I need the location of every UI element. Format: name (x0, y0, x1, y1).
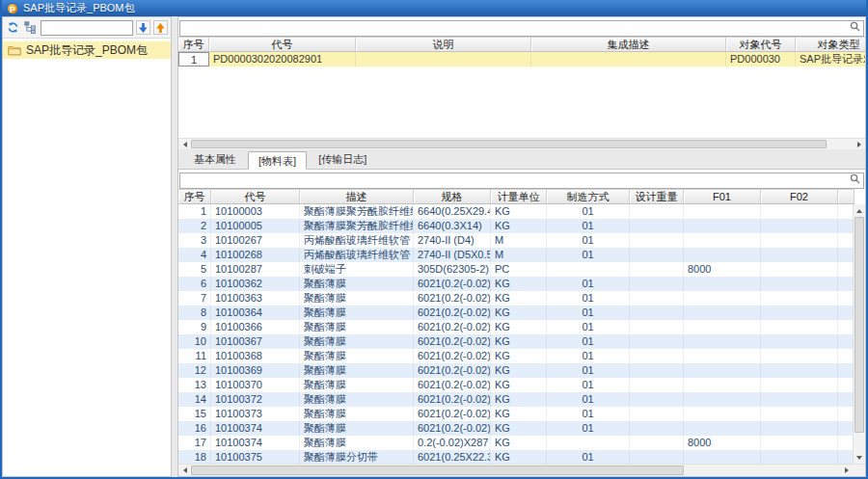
table-cell (630, 363, 684, 378)
table-row[interactable]: 1310100370聚酯薄膜6021(0.2(-0.02)...KG01 (178, 378, 854, 392)
hscroll-thumb[interactable] (191, 466, 684, 475)
table-row[interactable]: 310100267丙烯酸酯玻璃纤维软管2740-II (D4)M01 (178, 233, 854, 248)
tab-basic-properties[interactable]: 基本属性 (184, 150, 246, 169)
table-row[interactable]: 810100364聚酯薄膜6021(0.2(-0.02)...KG01 (178, 306, 854, 320)
table-cell: 6640(0.3X14) (414, 219, 491, 233)
table-cell: 聚酯薄膜 (300, 320, 414, 334)
tab-material-list[interactable]: [物料表] (248, 151, 307, 170)
table-row[interactable]: 1810100375聚酯薄膜分切带6021(0.25X22.3)KG01 (178, 450, 854, 464)
table-row[interactable]: 210100005聚酯薄膜聚芳酰胺纤维纸柔...6640(0.3X14)KG01 (178, 219, 854, 233)
table-cell: 01 (547, 349, 630, 363)
table-cell: KG (491, 436, 547, 450)
table-cell: 01 (547, 233, 630, 248)
scroll-left-icon[interactable] (178, 139, 191, 149)
column-header[interactable]: 规格 (414, 190, 491, 203)
table-cell (761, 392, 838, 407)
table-cell: PD0000302020082901 (209, 52, 356, 67)
column-header[interactable]: 代号 (209, 38, 356, 51)
vscroll-track[interactable] (854, 217, 865, 451)
material-table-region: 序号代号描述规格计量单位制造方式设计重量F01F02110100003聚酯薄膜聚… (178, 189, 865, 476)
table-cell: 7 (178, 291, 211, 306)
table-row[interactable]: 1410100372聚酯薄膜6021(0.2(-0.02)...KG01 (178, 392, 854, 407)
table-cell: 6021(0.2(-0.02)... (414, 334, 491, 349)
column-header[interactable]: 对象代号 (726, 38, 796, 51)
table-cell: KG (491, 219, 547, 233)
column-header[interactable] (838, 190, 854, 203)
table-cell (684, 248, 761, 262)
table-cell: 01 (547, 306, 630, 320)
hscroll-track[interactable] (191, 465, 840, 476)
material-table-vscrollbar[interactable] (853, 204, 865, 464)
table-cell (684, 277, 761, 291)
search-icon[interactable] (850, 21, 860, 32)
tab-transfer-log[interactable]: [传输日志] (309, 150, 376, 169)
table-cell (630, 262, 684, 277)
table-cell: 10100366 (211, 320, 300, 334)
table-row[interactable]: 1PD0000302020082901PD000030SAP批导记录对象 (178, 52, 865, 67)
table-cell: 聚酯薄膜 (300, 349, 414, 363)
material-search-input[interactable] (179, 173, 864, 189)
refresh-icon[interactable] (6, 20, 20, 35)
tree-filter-input[interactable] (41, 20, 133, 36)
table-row[interactable]: 110100003聚酯薄膜聚芳酰胺纤维纸柔...6640(0.25X29.4)K… (178, 204, 854, 219)
app-logo-icon: P (7, 3, 18, 14)
table-cell: 聚酯薄膜 (300, 306, 414, 320)
hscroll-track[interactable] (191, 139, 853, 149)
table-cell: 6021(0.2(-0.02)... (414, 407, 491, 421)
scroll-left-icon[interactable] (178, 465, 191, 476)
scroll-right-icon[interactable] (840, 465, 853, 476)
table-row[interactable]: 410100268丙烯酸酯玻璃纤维软管2740-II (D5X0.5)M01 (178, 248, 854, 262)
column-header[interactable]: 对象类型 (796, 38, 865, 51)
table-cell (547, 262, 630, 277)
table-row[interactable]: 510100287刺破端子305D(62305-2)PC8000 (178, 262, 854, 277)
column-header[interactable]: F02 (761, 190, 838, 203)
vscroll-thumb[interactable] (854, 217, 864, 433)
scroll-down-icon[interactable] (854, 451, 865, 464)
column-header[interactable]: 序号 (178, 190, 211, 203)
column-header[interactable]: F01 (684, 190, 761, 203)
table-cell: KG (491, 291, 547, 306)
table-cell: 6021(0.2(-0.02)... (414, 421, 491, 436)
scroll-right-icon[interactable] (853, 139, 865, 149)
table-row[interactable]: 610100362聚酯薄膜6021(0.2(-0.02)...KG01 (178, 277, 854, 291)
table-cell: KG (491, 334, 547, 349)
column-header[interactable]: 序号 (178, 38, 209, 51)
table-cell: 10 (178, 334, 211, 349)
table-cell: KG (491, 320, 547, 334)
table-cell: 01 (547, 421, 630, 436)
hscroll-thumb[interactable] (191, 140, 827, 148)
table-cell: SAP批导记录对象 (796, 52, 865, 67)
table-row[interactable]: 1010100367聚酯薄膜6021(0.2(-0.02)...KG01 (178, 334, 854, 349)
table-row[interactable]: 1710100374聚酯薄膜0.2(-0.02)X287KG8000 (178, 436, 854, 450)
column-header[interactable]: 说明 (356, 38, 531, 51)
column-header[interactable]: 制造方式 (547, 190, 630, 203)
table-cell (761, 204, 838, 219)
table-cell: 10100369 (211, 363, 300, 378)
tree-structure-icon[interactable] (23, 20, 38, 35)
table-cell: PC (491, 262, 547, 277)
table-row[interactable]: 1210100369聚酯薄膜6021(0.2(-0.02)...KG01 (178, 363, 854, 378)
table-row[interactable]: 1110100368聚酯薄膜6021(0.2(-0.02)...KG01 (178, 349, 854, 363)
column-header[interactable]: 描述 (300, 190, 414, 203)
table-cell: 10100268 (211, 248, 300, 262)
table-cell (630, 320, 684, 334)
locate-down-button[interactable] (136, 20, 150, 35)
table-row[interactable]: 1610100374聚酯薄膜6021(0.2(-0.02)...KG01 (178, 421, 854, 436)
search-icon[interactable] (850, 173, 860, 184)
record-search-input[interactable] (179, 20, 864, 37)
tree-node-pbom-package[interactable]: SAP批导记录_PBOM包 (3, 41, 171, 59)
column-header[interactable]: 代号 (211, 190, 300, 203)
tree-node-label: SAP批导记录_PBOM包 (26, 42, 148, 59)
locate-up-button[interactable] (153, 20, 168, 35)
column-header[interactable]: 计量单位 (491, 190, 547, 203)
scroll-up-icon[interactable] (854, 204, 865, 217)
column-header[interactable]: 设计重量 (630, 190, 684, 203)
table-row[interactable]: 710100363聚酯薄膜6021(0.2(-0.02)...KG01 (178, 291, 854, 306)
record-table-hscrollbar[interactable] (178, 138, 865, 149)
material-table-hscrollbar[interactable] (178, 464, 865, 476)
table-cell (630, 277, 684, 291)
table-row[interactable]: 1510100373聚酯薄膜6021(0.2(-0.02)...KG01 (178, 407, 854, 421)
column-header[interactable]: 集成描述 (531, 38, 726, 51)
table-cell: 01 (547, 219, 630, 233)
table-row[interactable]: 910100366聚酯薄膜6021(0.2(-0.02)...KG01 (178, 320, 854, 334)
